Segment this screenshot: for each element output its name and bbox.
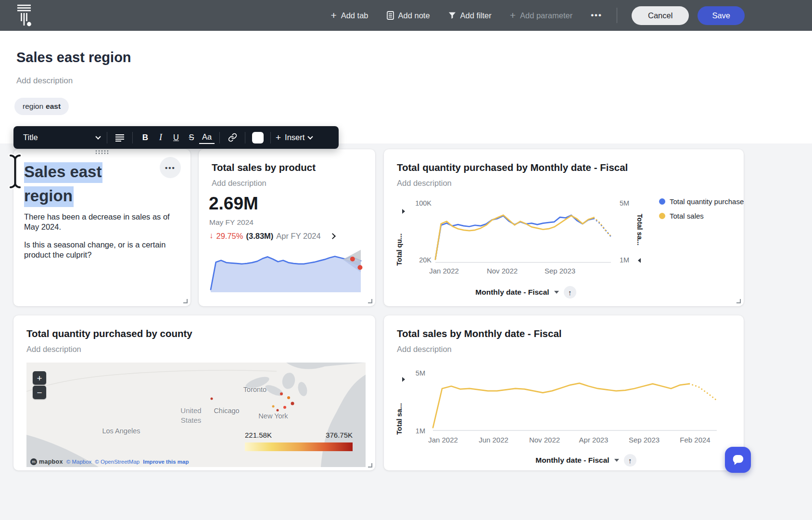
note-icon — [387, 11, 394, 20]
card-drag-handle[interactable] — [95, 150, 108, 155]
kpi-delta-period: Apr FY 2024 — [276, 232, 320, 241]
more-options-button[interactable]: ••• — [591, 11, 602, 20]
save-button[interactable]: Save — [698, 6, 745, 25]
underline-button[interactable]: U — [168, 130, 184, 146]
app-logo-icon[interactable] — [16, 3, 33, 27]
plus-icon: + — [276, 132, 281, 143]
card-description-placeholder[interactable]: Add description — [397, 345, 452, 354]
filter-funnel-icon — [448, 12, 456, 19]
map-zoom-out-button[interactable]: − — [33, 386, 46, 399]
card-resize-handle[interactable] — [368, 299, 372, 303]
tag-key: region — [23, 102, 43, 111]
map-color-scale — [245, 442, 353, 451]
toolbar-divider — [219, 132, 220, 143]
region-tag[interactable]: region east — [14, 98, 69, 115]
add-filter-button[interactable]: Add filter — [448, 11, 492, 20]
map-city-label: Chicago — [214, 407, 239, 415]
italic-button[interactable]: I — [153, 130, 168, 146]
map-data-point[interactable] — [283, 406, 286, 409]
axis-expand-icon[interactable] — [402, 209, 405, 214]
page-title[interactable]: Sales east region — [16, 50, 131, 65]
chevron-right-icon[interactable] — [330, 233, 336, 239]
kpi-delta-value: (3.83M) — [246, 232, 273, 241]
text-card-body[interactable]: There has been a decrease in sales as of… — [24, 212, 183, 268]
axis-collapse-icon[interactable] — [638, 258, 641, 263]
link-button[interactable] — [225, 130, 240, 146]
x-axis-tick: Nov 2022 — [529, 436, 560, 444]
tag-value: east — [46, 102, 61, 111]
text-color-button[interactable] — [250, 130, 266, 146]
bold-button[interactable]: B — [138, 130, 153, 146]
legend-dot-icon — [659, 198, 665, 205]
chart-card-sales-by-month[interactable]: Total sales by Monthly date - Fiscal Add… — [384, 315, 744, 470]
toolbar-divider — [270, 132, 271, 143]
chat-launcher-button[interactable] — [725, 447, 751, 473]
legend-dot-icon — [659, 213, 665, 219]
map-zoom-in-button[interactable]: + — [33, 371, 46, 385]
county-map[interactable]: Toronto Chicago New York Los Angeles Uni… — [26, 363, 366, 467]
text-paragraph: There has been a decrease in sales as of… — [24, 212, 183, 233]
card-description-placeholder[interactable]: Add description — [26, 345, 81, 354]
sort-ascending-button[interactable]: ↑ — [624, 454, 636, 467]
map-data-point[interactable] — [287, 396, 290, 399]
map-data-point[interactable] — [291, 402, 294, 405]
text-style-button[interactable]: Aa — [199, 131, 215, 144]
kpi-value: 2.69M — [209, 194, 258, 214]
x-axis-tick: Sep 2023 — [545, 267, 575, 275]
card-title: Total quantity purchased by Monthly date… — [397, 162, 628, 173]
dropdown-arrow-icon[interactable] — [554, 291, 559, 294]
add-note-button[interactable]: Add note — [387, 11, 430, 20]
map-card-quantity-by-county[interactable]: Total quantity purchased by county Add d… — [13, 315, 375, 470]
dropdown-arrow-icon[interactable] — [614, 459, 619, 462]
legend-item-sales[interactable]: Total sales — [659, 212, 744, 220]
y-axis-tick: 20K — [410, 256, 431, 264]
mapbox-link[interactable]: © Mapbox — [66, 459, 92, 465]
x-axis-field-control: Monthly date - Fiscal ↑ — [509, 454, 663, 467]
text-card-heading[interactable]: Sales east region — [24, 160, 140, 208]
openstreetmap-link[interactable]: © OpenStreetMap — [95, 459, 140, 465]
add-tab-button[interactable]: + Add tab — [330, 11, 368, 21]
map-data-point[interactable] — [210, 397, 213, 400]
y-axis-tick: 100K — [410, 199, 431, 207]
link-icon — [228, 133, 237, 142]
quantity-sales-line-chart[interactable] — [435, 203, 611, 263]
sort-ascending-button[interactable]: ↑ — [564, 286, 576, 299]
chevron-down-icon — [95, 134, 101, 139]
map-data-point[interactable] — [272, 405, 275, 407]
map-data-point[interactable] — [280, 392, 283, 395]
x-axis-tick: Jan 2022 — [429, 267, 459, 275]
right-axis-label: Total sa... — [636, 214, 644, 255]
x-axis-tick: Jun 2022 — [479, 436, 508, 444]
chart-card-quantity-by-month[interactable]: Total quantity purchased by Monthly date… — [384, 149, 744, 306]
y-axis-tick: 5M — [409, 369, 425, 377]
strikethrough-button[interactable]: S — [184, 130, 199, 146]
x-axis-field-label[interactable]: Monthly date - Fiscal — [475, 288, 549, 297]
mapbox-logo-icon[interactable]: m mapbox — [30, 458, 63, 465]
add-parameter-button[interactable]: + Add parameter — [510, 11, 572, 21]
card-description-placeholder[interactable]: Add description — [212, 179, 266, 188]
cancel-button[interactable]: Cancel — [632, 6, 689, 25]
toolbar-divider — [245, 132, 245, 143]
page-description-placeholder[interactable]: Add description — [16, 76, 73, 86]
map-data-point[interactable] — [276, 409, 279, 411]
kpi-delta-percent: 29.75% — [216, 232, 243, 241]
card-resize-handle[interactable] — [368, 463, 372, 468]
sales-line-chart[interactable] — [433, 373, 717, 431]
card-description-placeholder[interactable]: Add description — [397, 179, 452, 188]
paragraph-style-select[interactable]: Title — [21, 130, 102, 146]
align-button[interactable] — [112, 130, 127, 146]
card-resize-handle[interactable] — [183, 299, 188, 303]
insert-button[interactable]: + Insert — [276, 130, 312, 146]
x-axis-tick: Apr 2023 — [579, 436, 609, 444]
text-card[interactable]: Sales east region ••• There has been a d… — [13, 149, 190, 306]
card-resize-handle[interactable] — [736, 299, 741, 303]
axis-expand-icon[interactable] — [402, 377, 405, 382]
chat-bubble-icon — [732, 454, 745, 467]
kpi-card-total-sales-by-product[interactable]: Total sales by product Add description 2… — [199, 149, 375, 306]
sales-sparkline-chart[interactable] — [211, 248, 361, 292]
improve-map-link[interactable]: Improve this map — [143, 459, 189, 465]
x-axis-field-label[interactable]: Monthly date - Fiscal — [535, 456, 609, 465]
card-menu-button[interactable]: ••• — [160, 157, 181, 178]
legend-item-quantity[interactable]: Total quantity purchased — [659, 197, 744, 206]
left-axis-label: Total qu... — [395, 214, 403, 266]
